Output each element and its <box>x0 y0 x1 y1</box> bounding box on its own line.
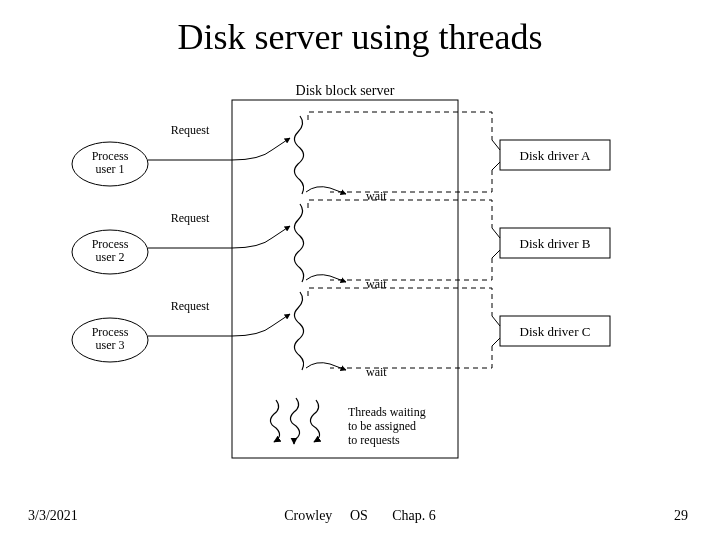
pool-label-line3: to requests <box>348 433 400 447</box>
footer-chapter: Chap. 6 <box>392 508 436 523</box>
footer-course: OS <box>350 508 368 523</box>
arrow-wait-2 <box>306 275 346 282</box>
dashed-to-driver-a-back <box>330 170 492 192</box>
footer-center: Crowley OS Chap. 6 <box>0 508 720 524</box>
dashed-to-driver-b-back <box>330 258 492 280</box>
arrow-request-3 <box>148 314 290 336</box>
thread-squiggle-3 <box>294 292 303 370</box>
user-label-2-line1: Process <box>92 237 129 251</box>
driver-conn-c-in <box>492 316 500 326</box>
request-label-2: Request <box>171 211 210 225</box>
arrow-wait-1 <box>306 187 346 194</box>
dashed-to-driver-b-out <box>308 200 492 228</box>
arrow-request-1 <box>148 138 290 160</box>
pool-label-line2: to be assigned <box>348 419 416 433</box>
request-label-3: Request <box>171 299 210 313</box>
driver-conn-b-out <box>492 250 500 258</box>
pool-label-line1: Threads waiting <box>348 405 426 419</box>
driver-label-a: Disk driver A <box>520 148 591 163</box>
dashed-to-driver-a-out <box>308 112 492 140</box>
wait-label-2: wait <box>366 277 387 291</box>
idle-thread-2 <box>290 398 299 444</box>
arrow-request-2 <box>148 226 290 248</box>
footer-author: Crowley <box>284 508 332 523</box>
driver-conn-a-out <box>492 162 500 170</box>
arrow-wait-3 <box>306 363 346 370</box>
user-label-2-line2: user 2 <box>96 250 125 264</box>
dashed-to-driver-c-back <box>330 346 492 368</box>
driver-label-b: Disk driver B <box>520 236 591 251</box>
thread-squiggle-2 <box>294 204 303 282</box>
dashed-to-driver-c-out <box>308 288 492 316</box>
user-label-3-line2: user 3 <box>96 338 125 352</box>
wait-label-1: wait <box>366 189 387 203</box>
server-title: Disk block server <box>296 83 395 98</box>
footer-page: 29 <box>674 508 688 524</box>
user-label-1-line2: user 1 <box>96 162 125 176</box>
driver-label-c: Disk driver C <box>520 324 591 339</box>
idle-thread-1 <box>270 400 279 442</box>
driver-conn-a-in <box>492 140 500 150</box>
request-label-1: Request <box>171 123 210 137</box>
diagram-canvas: Disk block server Process user 1 Request… <box>0 0 720 540</box>
driver-conn-b-in <box>492 228 500 238</box>
user-label-1-line1: Process <box>92 149 129 163</box>
wait-label-3: wait <box>366 365 387 379</box>
user-label-3-line1: Process <box>92 325 129 339</box>
thread-squiggle-1 <box>294 116 303 194</box>
driver-conn-c-out <box>492 338 500 346</box>
idle-thread-3 <box>310 400 319 442</box>
